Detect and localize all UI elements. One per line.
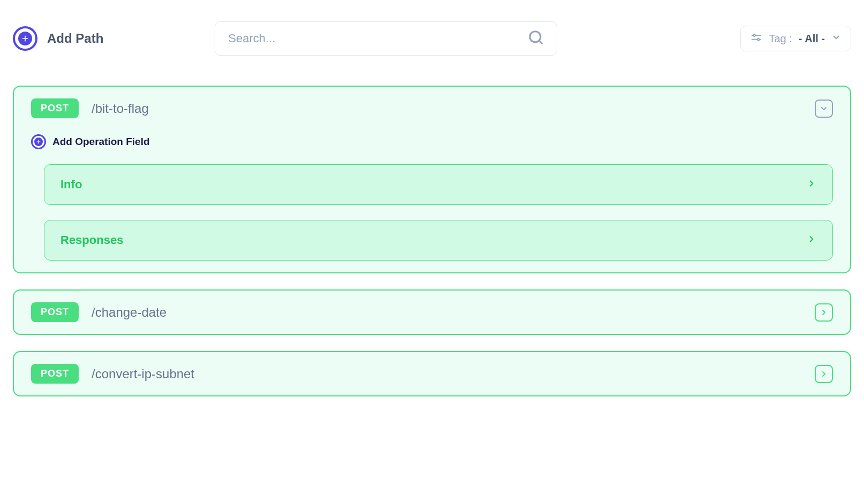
expand-toggle[interactable] — [815, 303, 833, 322]
tag-filter-label: Tag : — [769, 33, 792, 45]
chevron-down-icon — [831, 33, 841, 44]
add-operation-button[interactable]: Add Operation Field — [31, 134, 833, 149]
chevron-right-icon — [807, 234, 816, 246]
add-path-label: Add Path — [47, 31, 103, 46]
svg-point-7 — [757, 39, 760, 41]
svg-line-3 — [539, 41, 542, 43]
path-card: POST /bit-to-flag Add Operation Field In… — [13, 86, 851, 273]
plus-circle-icon — [13, 26, 37, 51]
path-header[interactable]: POST /change-date — [31, 302, 833, 322]
plus-circle-icon — [31, 134, 46, 149]
path-header[interactable]: POST /bit-to-flag — [31, 98, 833, 118]
tag-filter-dropdown[interactable]: Tag : - All - — [740, 26, 851, 51]
toolbar: Add Path Tag : - All - — [13, 21, 851, 56]
chevron-right-icon — [807, 179, 816, 190]
path-name: /change-date — [92, 305, 166, 320]
path-name: /bit-to-flag — [92, 101, 149, 116]
collapse-toggle[interactable] — [815, 100, 833, 118]
search-box[interactable] — [215, 21, 557, 56]
path-body: Add Operation Field Info Responses — [31, 134, 833, 261]
section-label: Responses — [60, 233, 123, 247]
method-badge: POST — [31, 364, 79, 384]
svg-point-5 — [754, 35, 756, 37]
path-card: POST /convert-ip-subnet — [13, 351, 851, 396]
section-info[interactable]: Info — [44, 164, 833, 205]
section-label: Info — [60, 178, 82, 192]
path-card: POST /change-date — [13, 289, 851, 335]
search-input[interactable] — [228, 32, 528, 45]
sliders-icon — [751, 32, 762, 45]
search-icon — [528, 29, 544, 48]
add-operation-label: Add Operation Field — [52, 136, 150, 148]
operation-sections: Info Responses — [31, 164, 833, 261]
tag-filter-value: - All - — [799, 33, 825, 45]
method-badge: POST — [31, 98, 79, 118]
method-badge: POST — [31, 302, 79, 322]
path-name: /convert-ip-subnet — [92, 366, 194, 381]
section-responses[interactable]: Responses — [44, 220, 833, 261]
add-path-button[interactable]: Add Path — [13, 26, 103, 51]
path-header[interactable]: POST /convert-ip-subnet — [31, 364, 833, 384]
path-list: POST /bit-to-flag Add Operation Field In… — [13, 86, 851, 396]
expand-toggle[interactable] — [815, 365, 833, 383]
